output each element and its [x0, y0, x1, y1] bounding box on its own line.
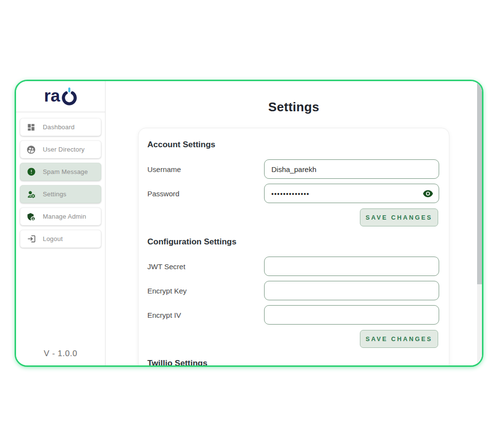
password-row: Password	[147, 184, 438, 203]
app-window: ra Dashboard User Directory	[15, 80, 483, 367]
settings-user-gear-icon	[26, 190, 36, 199]
logo-power-o-icon	[61, 87, 77, 106]
encrypt-iv-input[interactable]	[264, 305, 439, 325]
sidebar-item-label: Spam Message	[43, 168, 88, 175]
encrypt-iv-label: Encrypt IV	[147, 311, 264, 319]
app-version: V - 1.0.0	[16, 349, 105, 365]
username-label: Username	[147, 165, 264, 173]
encrypt-key-row: Encrypt Key	[147, 281, 438, 300]
logout-icon	[26, 234, 36, 244]
scrollbar-thumb[interactable]	[477, 81, 482, 284]
jwt-secret-row: JWT Secret	[147, 257, 438, 276]
eye-icon[interactable]	[423, 190, 433, 197]
settings-card: Account Settings Username Password SAVE …	[138, 128, 449, 367]
sidebar-item-logout[interactable]: Logout	[20, 230, 101, 248]
save-changes-button-configuration[interactable]: SAVE CHANGES	[360, 330, 438, 348]
username-input[interactable]	[264, 159, 439, 179]
username-row: Username	[147, 159, 438, 179]
admin-shield-icon	[26, 212, 36, 222]
sidebar-item-label: Logout	[43, 235, 63, 242]
password-label: Password	[147, 190, 264, 198]
sidebar-item-spam-message[interactable]: Spam Message	[20, 163, 101, 181]
section-heading-twillio: Twillio Settings	[147, 359, 438, 367]
section-heading-account: Account Settings	[147, 140, 438, 150]
section-heading-configuration: Configuration Settings	[147, 237, 438, 247]
sidebar-item-label: User Directory	[43, 146, 85, 153]
password-input[interactable]	[264, 184, 439, 203]
brand-logo-text: ra	[44, 87, 60, 104]
encrypt-key-input[interactable]	[264, 281, 439, 300]
page-title: Settings	[106, 100, 482, 115]
encrypt-key-label: Encrypt Key	[147, 287, 264, 295]
user-directory-icon	[26, 145, 36, 155]
jwt-secret-label: JWT Secret	[147, 262, 264, 271]
dashboard-grid-icon	[26, 122, 36, 132]
main-content: Settings Account Settings Username Passw…	[106, 81, 482, 365]
sidebar-item-label: Dashboard	[43, 123, 74, 131]
sidebar-item-user-directory[interactable]: User Directory	[20, 140, 101, 158]
jwt-secret-input[interactable]	[264, 257, 439, 276]
sidebar-nav: Dashboard User Directory Spam Message Se…	[16, 112, 105, 254]
brand-logo: ra	[16, 81, 105, 112]
sidebar: ra Dashboard User Directory	[16, 81, 106, 365]
sidebar-item-manage-admin[interactable]: Manage Admin	[20, 207, 101, 225]
spam-alert-icon	[26, 167, 36, 177]
scrollbar[interactable]	[477, 81, 482, 365]
sidebar-item-dashboard[interactable]: Dashboard	[20, 118, 101, 136]
sidebar-item-label: Manage Admin	[43, 213, 86, 220]
encrypt-iv-row: Encrypt IV	[147, 305, 438, 325]
sidebar-item-label: Settings	[43, 190, 67, 198]
sidebar-item-settings[interactable]: Settings	[20, 185, 101, 203]
save-changes-button-account[interactable]: SAVE CHANGES	[360, 208, 438, 226]
